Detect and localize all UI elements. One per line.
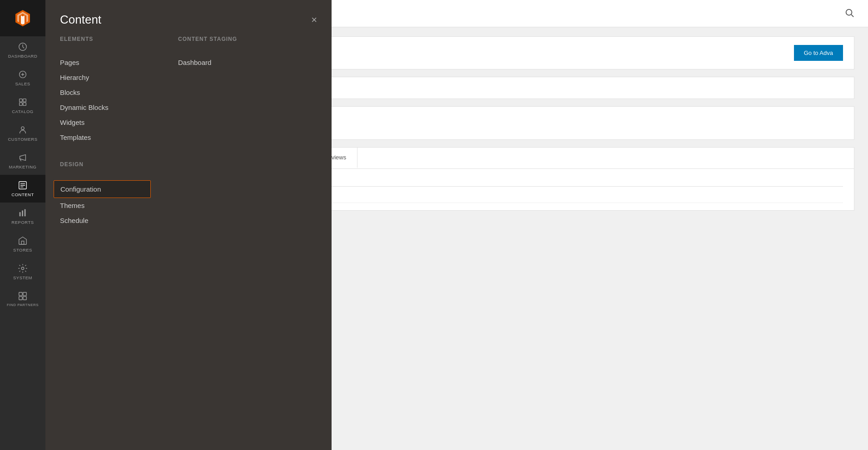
sidebar-item-dashboard[interactable]: DASHBOARD: [0, 36, 45, 64]
flyout-section-title-staging: Content Staging: [178, 36, 269, 46]
search-icon: [844, 8, 854, 18]
flyout-col-elements: Elements Pages Hierarchy Blocks Dynamic …: [60, 36, 151, 435]
sidebar-item-customers[interactable]: CUSTOMERS: [0, 119, 45, 147]
flyout-menu: Content × Elements Pages Hierarchy Block…: [45, 0, 332, 450]
sidebar-item-label: DASHBOARD: [8, 54, 38, 59]
sidebar-item-content[interactable]: CONTENT: [0, 175, 45, 203]
svg-rect-18: [19, 297, 22, 300]
sidebar-item-label: CUSTOMERS: [8, 137, 37, 142]
sidebar-item-label: FIND PARTNERS: [7, 303, 39, 307]
sidebar-item-stores[interactable]: STORES: [0, 230, 45, 258]
sidebar: DASHBOARD SALES CATALOG CUSTOMERS MARKET…: [0, 0, 45, 450]
find-partners-icon: [18, 291, 28, 301]
flyout-title: Content: [60, 13, 101, 27]
sidebar-item-sales[interactable]: SALES: [0, 64, 45, 92]
flyout-item-pages[interactable]: Pages: [60, 55, 151, 70]
catalog-icon: [18, 97, 28, 107]
sidebar-item-system[interactable]: SYSTEM: [0, 258, 45, 286]
flyout-item-hierarchy[interactable]: Hierarchy: [60, 70, 151, 85]
svg-point-20: [846, 10, 852, 15]
flyout-item-staging-dashboard[interactable]: Dashboard: [178, 55, 269, 70]
flyout-item-configuration[interactable]: Configuration: [54, 180, 151, 198]
content-icon: [18, 180, 28, 190]
customers-icon: [18, 125, 28, 135]
flyout-close-button[interactable]: ×: [311, 15, 317, 25]
sidebar-item-catalog[interactable]: CATALOG: [0, 92, 45, 119]
svg-rect-17: [23, 292, 26, 296]
svg-rect-12: [22, 211, 23, 217]
sidebar-item-reports[interactable]: REPORTS: [0, 203, 45, 230]
svg-rect-14: [21, 241, 24, 244]
flyout-col-content-staging: Content Staging Dashboard: [178, 36, 269, 435]
flyout-item-widgets[interactable]: Widgets: [60, 115, 151, 130]
svg-rect-11: [20, 212, 21, 216]
flyout-body: Elements Pages Hierarchy Blocks Dynamic …: [45, 36, 332, 450]
svg-rect-13: [25, 209, 26, 217]
flyout-item-templates[interactable]: Templates: [60, 130, 151, 145]
sidebar-item-label: SALES: [15, 81, 30, 86]
flyout-item-blocks[interactable]: Blocks: [60, 85, 151, 100]
flyout-item-themes[interactable]: Themes: [60, 198, 151, 213]
sidebar-logo: [0, 0, 45, 36]
svg-rect-7: [20, 103, 22, 105]
svg-line-21: [851, 15, 853, 17]
sidebar-item-label: CONTENT: [11, 192, 34, 197]
flyout-header: Content ×: [45, 0, 332, 36]
svg-rect-5: [20, 99, 22, 102]
magento-logo-icon: [13, 8, 33, 28]
flyout-item-schedule[interactable]: Schedule: [60, 213, 151, 228]
svg-point-15: [21, 267, 24, 270]
stores-icon: [18, 236, 28, 246]
svg-rect-16: [19, 292, 22, 296]
sidebar-item-label: MARKETING: [9, 164, 37, 169]
flyout-section-title-design: Design: [60, 161, 151, 171]
reports-icon: [18, 208, 28, 218]
svg-rect-19: [23, 297, 26, 300]
search-button[interactable]: [844, 8, 854, 19]
go-to-advanced-button[interactable]: Go to Adva: [794, 45, 843, 61]
svg-point-9: [21, 127, 24, 129]
svg-rect-6: [23, 99, 26, 102]
sales-icon: [18, 69, 28, 79]
flyout-design-section: Design Configuration Themes Schedule: [60, 161, 151, 228]
sidebar-item-label: SYSTEM: [13, 275, 32, 280]
flyout-section-title-elements: Elements: [60, 36, 151, 46]
sidebar-item-marketing[interactable]: MARKETING: [0, 147, 45, 175]
sidebar-item-find-partners[interactable]: FIND PARTNERS: [0, 286, 45, 312]
svg-rect-8: [23, 103, 26, 105]
sidebar-item-label: STORES: [13, 247, 32, 252]
system-icon: [18, 263, 28, 273]
marketing-icon: [18, 153, 28, 163]
sidebar-item-label: CATALOG: [12, 109, 34, 114]
flyout-item-dynamic-blocks[interactable]: Dynamic Blocks: [60, 100, 151, 115]
sidebar-item-label: REPORTS: [11, 220, 34, 225]
dashboard-icon: [18, 42, 28, 52]
